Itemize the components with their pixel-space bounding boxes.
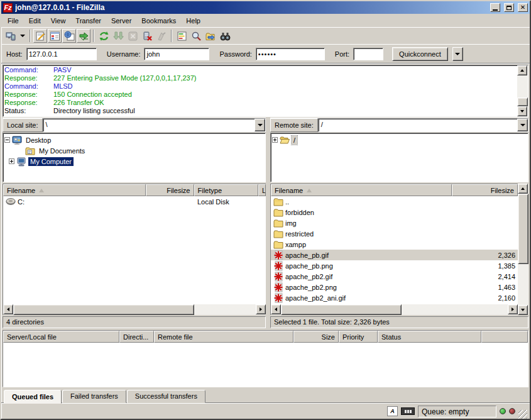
tab-queued-files[interactable]: Queued files [4, 390, 62, 404]
refresh-button[interactable] [97, 29, 111, 43]
scroll-right-button[interactable] [256, 304, 266, 314]
file-row-apache-pb2-png[interactable]: apache_pb2.png 1,463 [271, 282, 518, 292]
toggle-local-tree-button[interactable] [48, 29, 62, 43]
remote-vertical-scrollbar[interactable] [518, 184, 528, 315]
scroll-down-button[interactable] [517, 106, 527, 116]
tab-failed-transfers[interactable]: Failed transfers [62, 390, 126, 403]
column-header-status[interactable]: Status [378, 331, 481, 343]
site-manager-dropdown-button[interactable] [18, 29, 27, 43]
expand-expander[interactable] [272, 137, 278, 143]
log-line: Response:226 Transfer OK [4, 99, 517, 107]
file-row-restricted[interactable]: restricted [271, 228, 518, 239]
file-row-c-drive[interactable]: C: Local Disk [3, 196, 266, 207]
tree-item-desktop[interactable]: Desktop [4, 135, 265, 145]
scroll-up-button[interactable] [518, 184, 528, 194]
process-queue-button[interactable] [111, 29, 125, 43]
tree-label-my-documents[interactable]: My Documents [37, 146, 87, 155]
local-site-combo[interactable]: \ [43, 118, 266, 132]
column-header-filesize[interactable]: Filesize [146, 184, 194, 196]
column-header-remote-file[interactable]: Remote file [154, 331, 293, 343]
column-header-filetype[interactable]: Filetype [194, 184, 259, 196]
toggle-remote-tree-button[interactable] [62, 29, 76, 43]
scrollbar-thumb[interactable] [518, 194, 528, 264]
file-row-parent[interactable]: .. [271, 196, 518, 207]
column-header-size[interactable]: Size [293, 331, 339, 343]
scroll-right-button[interactable] [508, 304, 518, 314]
column-header-lastmodified[interactable]: L [258, 184, 266, 196]
file-row-img[interactable]: img [271, 218, 518, 228]
menu-view[interactable]: View [46, 15, 71, 26]
synchronized-browsing-button[interactable] [204, 29, 217, 43]
tree-label-desktop[interactable]: Desktop [24, 136, 53, 145]
menu-help[interactable]: Help [181, 15, 205, 26]
send-activity-led-icon [500, 408, 506, 414]
cancel-button[interactable] [126, 29, 140, 43]
menu-bookmarks[interactable]: Bookmarks [136, 15, 181, 26]
file-row-apache-pb2-ani-gif[interactable]: apache_pb2_ani.gif 2,160 [271, 292, 518, 303]
file-row-apache-pb2-gif[interactable]: apache_pb2.gif 2,414 [271, 271, 518, 282]
local-site-dropdown-button[interactable] [255, 119, 265, 131]
folder-icon [273, 218, 283, 228]
scrollbar-thumb[interactable] [517, 97, 528, 106]
minimize-button[interactable] [490, 3, 500, 12]
remote-site-combo[interactable]: / [318, 118, 528, 132]
file-row-forbidden[interactable]: forbidden [271, 207, 518, 218]
transfer-type-indicator-icon[interactable]: A [387, 406, 398, 416]
filter-button[interactable] [175, 29, 189, 43]
tree-item-my-documents[interactable]: My Documents [4, 145, 265, 156]
password-input[interactable] [256, 48, 325, 60]
file-search-button[interactable] [189, 29, 203, 43]
column-header-priority[interactable]: Priority [339, 331, 378, 343]
menu-file[interactable]: File [3, 15, 24, 26]
column-header-filename[interactable]: Filename [3, 184, 146, 196]
file-row-apache-pb-png[interactable]: apache_pb.png 1,385 [271, 260, 518, 271]
remote-horizontal-scrollbar[interactable] [271, 304, 518, 315]
tree-item-my-computer[interactable]: My Computer [4, 156, 265, 167]
site-manager-button[interactable] [4, 29, 18, 43]
port-label: Port: [335, 50, 349, 58]
tree-label-my-computer[interactable]: My Computer [28, 157, 74, 166]
file-row-apache-pb-gif[interactable]: apache_pb.gif 2,326 [271, 250, 518, 260]
filter-icon [177, 31, 187, 41]
menu-edit[interactable]: Edit [24, 15, 46, 26]
tree-item-root[interactable]: / [272, 135, 528, 145]
toggle-queue-button[interactable] [77, 29, 90, 43]
column-header-server-local-file[interactable]: Server/Local file [3, 331, 119, 343]
scroll-up-button[interactable] [517, 65, 527, 75]
tab-successful-transfers[interactable]: Successful transfers [127, 390, 205, 403]
column-header-direction[interactable]: Directi... [119, 331, 154, 343]
scroll-down-button[interactable] [518, 305, 528, 315]
reconnect-button[interactable] [155, 29, 168, 43]
quickconnect-button[interactable]: Quickconnect [392, 47, 448, 61]
local-site-value[interactable]: \ [43, 119, 255, 131]
remote-site-dropdown-button[interactable] [517, 119, 528, 131]
menu-transfer[interactable]: Transfer [70, 15, 106, 26]
toggle-log-button[interactable] [33, 29, 47, 43]
column-header-filename[interactable]: Filename [271, 184, 452, 196]
close-button[interactable]: ✕ [518, 3, 528, 12]
remote-site-value[interactable]: / [319, 119, 517, 131]
directory-comparison-button[interactable] [218, 29, 232, 43]
quickconnect-dropdown-button[interactable] [452, 47, 463, 61]
resize-grip[interactable] [518, 410, 527, 419]
collapse-expander[interactable] [4, 137, 10, 143]
username-input[interactable] [144, 48, 209, 60]
titlebar[interactable]: Fz john@127.0.0.1 - FileZilla ✕ [1, 1, 530, 14]
scrollbar-thumb[interactable] [13, 304, 194, 315]
port-input[interactable] [353, 48, 383, 60]
scroll-left-button[interactable] [271, 304, 281, 314]
speedlimit-indicator-icon[interactable] [401, 407, 415, 415]
host-input[interactable] [26, 48, 97, 60]
log-scrollbar[interactable] [517, 65, 528, 116]
file-row-xampp[interactable]: xampp [271, 239, 518, 250]
local-horizontal-scrollbar[interactable] [3, 304, 266, 315]
menu-server[interactable]: Server [106, 15, 136, 26]
expand-expander[interactable] [9, 158, 14, 164]
scrollbar-thumb[interactable] [281, 304, 402, 315]
maximize-button[interactable] [504, 3, 514, 12]
scroll-left-button[interactable] [3, 304, 13, 314]
pane-splitter[interactable] [268, 118, 268, 328]
column-header-filesize[interactable]: Filesize [452, 184, 518, 196]
tree-label-root[interactable]: / [292, 136, 297, 145]
disconnect-button[interactable] [140, 29, 154, 43]
